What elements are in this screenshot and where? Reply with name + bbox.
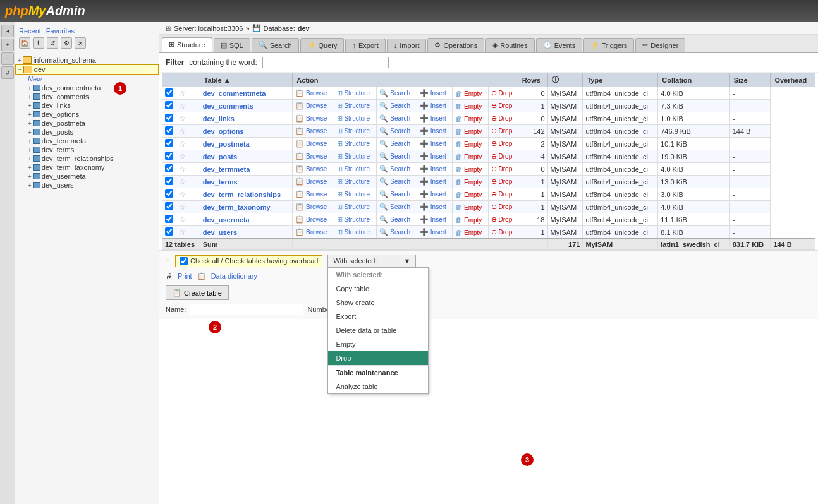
tab-routines[interactable]: ◈ Routines: [485, 38, 534, 52]
browse-link-9[interactable]: Browse: [304, 203, 327, 210]
refresh-icon[interactable]: ↺: [47, 37, 58, 49]
menu-drop[interactable]: Drop: [328, 351, 428, 365]
tab-export[interactable]: ↑ Export: [345, 39, 385, 52]
star-icon-2[interactable]: ☆: [179, 114, 186, 123]
row-checkbox-4[interactable]: [165, 139, 173, 147]
check-all-checkbox[interactable]: [180, 257, 188, 265]
search-link-1[interactable]: Search: [388, 102, 410, 109]
star-icon-5[interactable]: ☆: [179, 152, 186, 161]
row-checkbox-9[interactable]: [165, 202, 173, 210]
sidebar-item-dev-termmeta[interactable]: + dev_termmeta: [25, 136, 159, 145]
row-checkbox-10[interactable]: [165, 215, 173, 223]
star-icon-11[interactable]: ☆: [179, 228, 186, 237]
search-link-5[interactable]: Search: [388, 153, 410, 160]
search-link-0[interactable]: Search: [388, 90, 410, 97]
browse-link-7[interactable]: Browse: [304, 178, 327, 185]
tab-search[interactable]: 🔍 Search: [252, 38, 299, 52]
sidebar-item-dev-terms[interactable]: + dev_terms: [25, 145, 159, 154]
structure-link-2[interactable]: Structure: [343, 115, 370, 122]
browse-link-6[interactable]: Browse: [304, 165, 327, 172]
row-checkbox-8[interactable]: [165, 189, 173, 198]
search-link-11[interactable]: Search: [388, 229, 410, 236]
insert-link-3[interactable]: Insert: [429, 128, 446, 135]
star-icon-6[interactable]: ☆: [179, 165, 186, 174]
row-checkbox-1[interactable]: [165, 101, 173, 109]
row-checkbox-0[interactable]: [165, 88, 173, 97]
empty-link-2[interactable]: Empty: [462, 116, 482, 123]
structure-link-4[interactable]: Structure: [343, 140, 370, 147]
table-name-link-7[interactable]: dev_terms: [203, 178, 238, 186]
insert-link-4[interactable]: Insert: [429, 140, 446, 147]
star-icon-8[interactable]: ☆: [179, 190, 186, 199]
drop-link-0[interactable]: Drop: [497, 90, 512, 97]
sidebar-item-dev-links[interactable]: + dev_links: [25, 101, 159, 110]
structure-link-9[interactable]: Structure: [343, 203, 370, 210]
sidebar-item-dev-options[interactable]: + dev_options: [25, 110, 159, 119]
empty-link-0[interactable]: Empty: [462, 90, 482, 97]
drop-link-8[interactable]: Drop: [497, 191, 512, 198]
drop-link-2[interactable]: Drop: [497, 115, 512, 122]
structure-link-0[interactable]: Structure: [343, 90, 370, 97]
sidebar-item-dev-term-relationships[interactable]: + dev_term_relationships: [25, 154, 159, 163]
star-icon-7[interactable]: ☆: [179, 177, 186, 186]
browse-link-8[interactable]: Browse: [304, 191, 327, 198]
drop-link-3[interactable]: Drop: [497, 128, 512, 135]
drop-link-9[interactable]: Drop: [497, 203, 512, 210]
empty-link-3[interactable]: Empty: [462, 128, 482, 135]
search-link-6[interactable]: Search: [388, 165, 410, 172]
home-icon[interactable]: 🏠: [19, 37, 30, 49]
sidebar-item-dev-usermeta[interactable]: + dev_usermeta: [25, 172, 159, 181]
sidebar-item-dev-users[interactable]: + dev_users: [25, 181, 159, 189]
empty-link-11[interactable]: Empty: [462, 229, 482, 236]
insert-link-2[interactable]: Insert: [429, 115, 446, 122]
structure-link-10[interactable]: Structure: [343, 216, 370, 223]
browse-link-3[interactable]: Browse: [304, 128, 327, 135]
row-checkbox-5[interactable]: [165, 152, 173, 160]
structure-link-11[interactable]: Structure: [343, 229, 370, 236]
insert-link-9[interactable]: Insert: [429, 203, 446, 210]
menu-show-create[interactable]: Show create: [328, 296, 428, 309]
sidebar-item-dev-term-taxonomy[interactable]: + dev_term_taxonomy: [25, 163, 159, 172]
browse-link-4[interactable]: Browse: [304, 140, 327, 147]
sidebar-item-dev-commentmeta[interactable]: + dev_commentmeta: [25, 83, 159, 92]
search-link-10[interactable]: Search: [388, 216, 410, 223]
table-name-link-1[interactable]: dev_comments: [203, 102, 253, 110]
star-icon-10[interactable]: ☆: [179, 215, 186, 224]
search-link-9[interactable]: Search: [388, 203, 410, 210]
print-link[interactable]: Print: [178, 272, 192, 280]
row-checkbox-6[interactable]: [165, 164, 173, 172]
empty-link-9[interactable]: Empty: [462, 204, 482, 211]
browse-link-0[interactable]: Browse: [304, 90, 327, 97]
check-all-label[interactable]: Check all / Check tables having overhead: [175, 255, 322, 267]
search-link-8[interactable]: Search: [388, 191, 410, 198]
tab-structure[interactable]: ⊞ Structure: [162, 37, 212, 52]
empty-link-4[interactable]: Empty: [462, 141, 482, 148]
sidebar-new-item[interactable]: New: [25, 75, 159, 83]
sidebar-item-dev[interactable]: − dev: [15, 64, 159, 75]
drop-link-4[interactable]: Drop: [497, 140, 512, 147]
tab-events[interactable]: 🕐 Events: [536, 38, 583, 52]
sidebar-item-dev-comments[interactable]: + dev_comments: [25, 92, 159, 101]
row-checkbox-7[interactable]: [165, 177, 173, 185]
insert-link-5[interactable]: Insert: [429, 153, 446, 160]
star-icon-1[interactable]: ☆: [179, 102, 186, 111]
star-icon-9[interactable]: ☆: [179, 203, 186, 212]
search-link-3[interactable]: Search: [388, 128, 410, 135]
row-checkbox-3[interactable]: [165, 126, 173, 135]
menu-empty[interactable]: Empty: [328, 337, 428, 351]
info-icon[interactable]: ℹ: [33, 37, 44, 49]
browse-link-1[interactable]: Browse: [304, 102, 327, 109]
structure-link-5[interactable]: Structure: [343, 153, 370, 160]
sidebar-item-dev-postmeta[interactable]: + dev_postmeta: [25, 119, 159, 128]
table-name-link-5[interactable]: dev_posts: [203, 153, 237, 160]
table-name-link-2[interactable]: dev_links: [203, 115, 235, 123]
tab-sql[interactable]: ▤ SQL: [214, 38, 250, 52]
structure-link-8[interactable]: Structure: [343, 191, 370, 198]
star-icon-3[interactable]: ☆: [179, 127, 186, 136]
table-name-link-11[interactable]: dev_users: [203, 229, 237, 236]
table-name-link-3[interactable]: dev_options: [203, 128, 244, 135]
structure-link-1[interactable]: Structure: [343, 102, 370, 109]
insert-link-0[interactable]: Insert: [429, 90, 446, 97]
tab-designer[interactable]: ✏ Designer: [635, 38, 685, 52]
structure-link-7[interactable]: Structure: [343, 178, 370, 185]
